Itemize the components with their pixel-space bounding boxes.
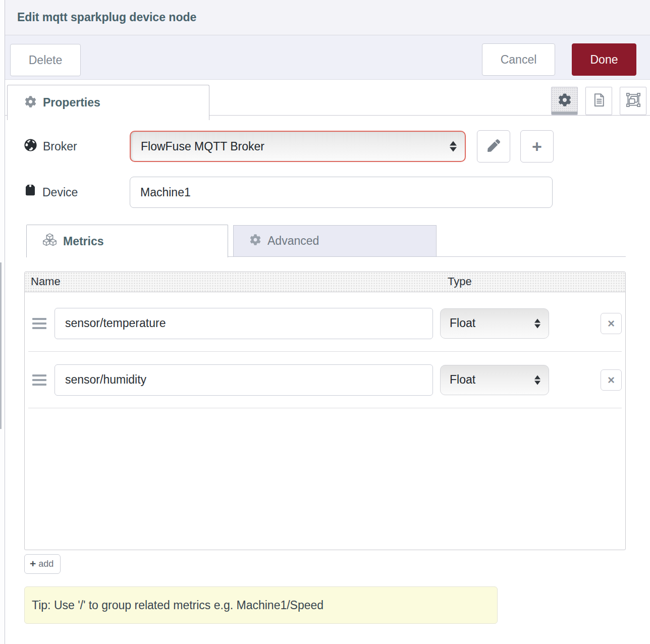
tag-icon [24, 185, 36, 200]
select-stepper-icon [534, 375, 540, 385]
tip-text: Tip: Use '/' to group related metrics e.… [32, 599, 323, 612]
editor-tab-bar: Properties [5, 80, 650, 120]
delete-button[interactable]: Delete [10, 44, 81, 76]
tab-metrics-label: Metrics [63, 235, 104, 248]
scrollbar-thumb[interactable] [0, 262, 2, 429]
broker-label: Broker [24, 139, 130, 154]
broker-select-value: FlowFuse MQTT Broker [141, 140, 264, 153]
globe-icon [24, 139, 37, 154]
description-icon-button[interactable] [585, 87, 612, 115]
close-icon: × [608, 373, 615, 387]
select-stepper-icon [450, 141, 457, 152]
device-field-row: Device [24, 177, 650, 208]
tip-box: Tip: Use '/' to group related metrics e.… [24, 586, 498, 624]
dialog-title: Edit mqtt sparkplug device node [17, 11, 196, 24]
metric-name-input[interactable] [55, 364, 433, 396]
tab-properties[interactable]: Properties [7, 85, 209, 120]
gear-icon [558, 93, 571, 109]
node-properties-form: Broker FlowFuse MQTT Broker + Device [5, 130, 650, 208]
device-label: Device [24, 185, 130, 200]
close-icon: × [608, 316, 615, 331]
document-icon [591, 92, 607, 110]
tab-properties-label: Properties [43, 96, 100, 110]
metric-row: Float × [28, 352, 622, 408]
drag-handle-icon[interactable] [32, 374, 47, 386]
metric-type-select[interactable]: Float [440, 365, 549, 395]
tab-advanced-label: Advanced [267, 234, 319, 248]
broker-select[interactable]: FlowFuse MQTT Broker [130, 131, 466, 162]
select-stepper-icon [534, 318, 540, 328]
metric-row: Float × [28, 295, 622, 352]
metrics-rows: Float × Float × [25, 292, 625, 408]
column-header-type: Type [448, 275, 472, 288]
tray-toolbar: Delete Cancel Done [5, 35, 650, 80]
add-metric-label: add [38, 559, 53, 569]
edit-node-tray: Edit mqtt sparkplug device node Delete C… [5, 0, 650, 644]
plus-icon: + [30, 558, 36, 570]
remove-row-button[interactable]: × [601, 313, 622, 334]
pencil-icon [488, 139, 500, 154]
cancel-button[interactable]: Cancel [482, 43, 555, 76]
edit-broker-button[interactable] [477, 130, 510, 163]
add-metric-button[interactable]: + add [24, 554, 61, 574]
column-header-name: Name [31, 275, 61, 288]
metrics-table-header: Name Type [25, 272, 625, 292]
plus-icon: + [532, 137, 542, 156]
tab-metrics[interactable]: Metrics [26, 225, 228, 257]
drag-handle-icon[interactable] [32, 318, 47, 329]
add-broker-button[interactable]: + [520, 130, 554, 163]
metric-type-value: Float [450, 316, 475, 330]
done-button[interactable]: Done [572, 43, 636, 76]
gear-icon [250, 234, 261, 248]
remove-row-button[interactable]: × [601, 369, 622, 391]
appearance-icon [625, 92, 641, 110]
cubes-icon [43, 233, 57, 249]
appearance-icon-button[interactable] [620, 87, 646, 115]
device-input[interactable] [130, 177, 553, 208]
tray-header: Edit mqtt sparkplug device node [5, 0, 650, 35]
metric-name-input[interactable] [55, 308, 433, 339]
metric-type-select[interactable]: Float [440, 308, 549, 339]
broker-field-row: Broker FlowFuse MQTT Broker + [24, 130, 650, 163]
properties-icon-button[interactable] [551, 87, 578, 115]
tab-advanced[interactable]: Advanced [233, 225, 437, 256]
metrics-advanced-tab-bar: Metrics Advanced [26, 225, 626, 257]
gear-icon [25, 96, 36, 110]
metric-type-value: Float [450, 373, 475, 387]
metrics-table: Name Type Float × Float [24, 272, 626, 550]
